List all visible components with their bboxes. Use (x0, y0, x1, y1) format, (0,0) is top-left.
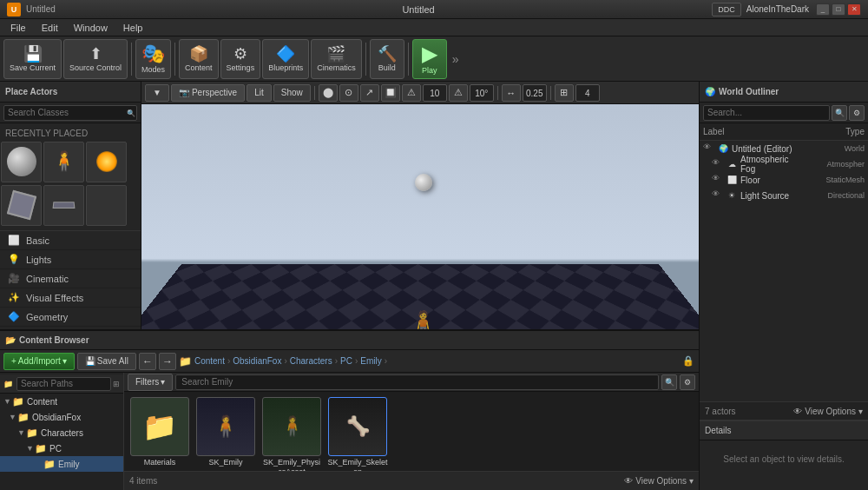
type-column-header[interactable]: Type (804, 127, 865, 136)
perspective-button[interactable]: 📷 Perspective (171, 84, 245, 102)
sk-emily-skeleton-thumb: 🦴 (328, 397, 387, 456)
cb-crumb-emily[interactable]: Emily (360, 356, 381, 366)
asset-sk-emily-skeleton[interactable]: 🦴 SK_Emily_Skeleton (327, 397, 388, 471)
cb-search-paths-input[interactable] (16, 377, 111, 391)
menu-file[interactable]: File (3, 21, 33, 35)
cb-assets-grid: 📁 Materials 🧍 SK_Emily 🧍 (124, 392, 699, 471)
modes-label: Modes (141, 65, 165, 74)
cb-back-button[interactable]: ← (139, 353, 156, 370)
add-import-label: Add/Import (18, 356, 61, 366)
tree-item-obsidianfox[interactable]: ▼ 📁 ObsidianFox (0, 409, 123, 425)
content-button[interactable]: 📦 Content (179, 39, 219, 79)
cb-search-emily-input[interactable] (175, 374, 659, 390)
floor-item-label: Floor (740, 175, 804, 185)
tree-item-pc[interactable]: ▼ 📁 PC (0, 440, 123, 456)
viewport-icon-2[interactable]: ⊙ (339, 84, 358, 102)
viewport-icon-6[interactable]: ⚠ (449, 84, 468, 102)
eye-icon-options: 👁 (793, 407, 802, 416)
menu-bar: File Edit Window Help (0, 19, 868, 36)
recently-thumb-6[interactable] (86, 185, 127, 226)
menu-edit[interactable]: Edit (35, 21, 65, 35)
category-basic[interactable]: ⬜ Basic (0, 231, 141, 250)
cb-search-icon-button[interactable]: 🔍 (661, 374, 677, 390)
recently-thumb-2[interactable]: 🧍 (43, 142, 84, 182)
cb-sep-5: › (385, 356, 387, 366)
asset-sk-emily-physics[interactable]: 🧍 SK_Emily_PhysicsAsset (261, 397, 322, 471)
outliner-settings-button[interactable]: ⚙ (849, 105, 865, 121)
asset-sk-emily[interactable]: 🧍 SK_Emily (195, 397, 256, 467)
menu-help[interactable]: Help (116, 21, 150, 35)
viewport-icon-4[interactable]: 🔲 (381, 84, 400, 102)
tree-item-characters[interactable]: ▼ 📁 Characters (0, 425, 123, 440)
category-visual-effects[interactable]: ✨ Visual Effects (0, 288, 141, 308)
recently-thumb-1[interactable] (1, 142, 42, 182)
save-all-button[interactable]: 💾 Save All (77, 353, 136, 370)
viewport-number-1: 10 (423, 84, 447, 102)
viewport-number-2: 10° (470, 84, 494, 102)
tree-label-pc: PC (49, 444, 62, 454)
cb-view-options-button[interactable]: 👁 View Options ▾ (624, 476, 694, 486)
outliner-item-fog[interactable]: 👁 ☁ Atmospheric Fog Atmospher (700, 156, 868, 172)
viewport-icon-5[interactable]: ⚠ (402, 84, 421, 102)
toolbar-more-button[interactable]: » (449, 52, 463, 66)
geometry-label: Geometry (26, 312, 68, 322)
viewport-icon-3[interactable]: ↗ (360, 84, 379, 102)
menu-window[interactable]: Window (67, 21, 115, 35)
cb-options-button[interactable]: ⚙ (680, 374, 695, 390)
cb-crumb-pc[interactable]: PC (340, 356, 352, 366)
label-column-header[interactable]: Label (703, 127, 804, 136)
category-lights[interactable]: 💡 Lights (0, 250, 141, 269)
world-outliner-view-options-button[interactable]: 👁 View Options ▾ (793, 407, 863, 416)
light-item-icon: ☀ (726, 189, 738, 202)
content-browser-header: 📂 Content Browser (0, 331, 699, 350)
viewport-options-button[interactable]: ▼ (145, 84, 169, 102)
viewport-icon-8[interactable]: ⊞ (555, 84, 574, 102)
chevron-down-icon: ▾ (858, 407, 863, 416)
search-classes-input[interactable] (3, 105, 137, 121)
recently-thumb-4[interactable] (1, 185, 42, 226)
recently-placed-label: Recently Placed (0, 127, 141, 140)
modes-button[interactable]: 🎭 Modes (135, 39, 171, 79)
cb-crumb-content[interactable]: Content (194, 356, 225, 366)
filters-button[interactable]: Filters ▾ (128, 374, 173, 391)
blueprints-button[interactable]: 🔷 Blueprints (262, 39, 309, 79)
tree-arrow-content: ▼ (3, 397, 12, 406)
cb-crumb-characters[interactable]: Characters (290, 356, 332, 366)
minimize-button[interactable]: _ (816, 3, 830, 16)
cinematics-button[interactable]: 🎬 Cinematics (311, 39, 362, 79)
cb-filter-bar: Filters ▾ 🔍 ⚙ (124, 373, 699, 392)
source-control-button[interactable]: ⬆ Source Control (63, 39, 128, 79)
cb-search-paths-bar: 📁 ⊞ (0, 374, 123, 394)
outliner-search-input[interactable] (703, 105, 830, 121)
cb-crumb-obsidianfox[interactable]: ObsidianFox (233, 356, 281, 366)
cb-forward-button[interactable]: → (159, 353, 176, 370)
vp-separator-2 (497, 86, 498, 100)
close-button[interactable]: ✕ (847, 3, 861, 16)
cb-view-options-label: View Options (635, 476, 687, 486)
tree-item-content[interactable]: ▼ 📁 Content (0, 394, 123, 409)
category-geometry[interactable]: 🔷 Geometry (0, 308, 141, 327)
maximize-button[interactable]: □ (832, 3, 845, 16)
lit-button[interactable]: Lit (247, 84, 272, 102)
cb-tree: 📁 ⊞ ▼ 📁 Content ▼ 📁 ObsidianFox ▼ 📁 (0, 373, 124, 490)
view-options-label: View Options (805, 407, 856, 416)
recently-thumb-3[interactable] (86, 142, 127, 182)
viewport-icon-7[interactable]: ↔ (502, 84, 521, 102)
play-button[interactable]: ▶ Play (412, 39, 447, 79)
recently-thumb-5[interactable] (43, 185, 84, 226)
build-button[interactable]: 🔨 Build (370, 39, 404, 79)
viewport-icon-1[interactable]: ⬤ (319, 84, 338, 102)
cb-lock-icon: 🔒 (681, 354, 695, 368)
asset-materials[interactable]: 📁 Materials (129, 397, 190, 467)
add-import-button[interactable]: + Add/Import ▾ (3, 353, 75, 370)
outliner-search-button[interactable]: 🔍 (832, 105, 847, 121)
tree-arrow-characters: ▼ (17, 428, 26, 437)
cb-tree-view-toggle[interactable]: ⊞ (113, 380, 120, 388)
settings-button[interactable]: ⚙ Settings (220, 39, 261, 79)
outliner-item-floor[interactable]: 👁 ⬜ Floor StaticMesh (700, 172, 868, 188)
outliner-item-light[interactable]: 👁 ☀ Light Source Directional (700, 188, 868, 203)
save-current-button[interactable]: 💾 Save Current (3, 39, 62, 79)
category-cinematic[interactable]: 🎥 Cinematic (0, 269, 141, 288)
show-button[interactable]: Show (273, 84, 311, 102)
tree-item-emily[interactable]: 📁 Emily (0, 456, 123, 472)
